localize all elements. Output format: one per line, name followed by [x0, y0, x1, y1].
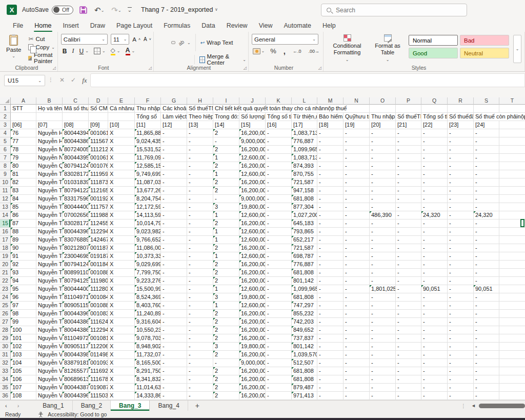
row-header-15[interactable]: 15 — [0, 219, 11, 228]
cell[interactable]: - — [317, 318, 344, 326]
cell[interactable] — [499, 384, 525, 392]
cell[interactable]: - — [474, 375, 499, 384]
cell[interactable]: 1 — [213, 228, 239, 236]
cell[interactable] — [499, 293, 525, 302]
cell[interactable]: - — [396, 244, 421, 252]
cell[interactable] — [499, 351, 525, 359]
cell[interactable] — [499, 277, 525, 285]
cell[interactable]: [08] — [63, 121, 89, 129]
cell[interactable]: - — [187, 392, 213, 400]
cell[interactable]: - — [421, 195, 448, 203]
cell[interactable]: - — [187, 162, 213, 170]
cell[interactable]: - — [448, 277, 474, 285]
cell[interactable]: 16,200,000 — [239, 146, 266, 154]
cell[interactable]: - — [317, 244, 344, 252]
cell[interactable]: - — [370, 293, 396, 302]
cell[interactable]: - — [370, 178, 396, 187]
cell[interactable]: 019087 — [89, 384, 108, 392]
cell[interactable]: 1,099,965 — [292, 146, 317, 154]
cell[interactable]: - — [474, 302, 499, 310]
cell[interactable]: - — [421, 375, 448, 384]
cell[interactable]: 011498 — [89, 351, 108, 359]
cell[interactable]: Nguyễn Tr — [36, 302, 63, 310]
cell[interactable]: - — [396, 187, 421, 195]
cell[interactable]: 111959 — [89, 170, 108, 178]
cell[interactable]: 11,087,036 — [135, 178, 161, 187]
cell[interactable]: 742,203 — [292, 318, 317, 326]
cell[interactable]: - — [344, 310, 370, 318]
cell[interactable] — [344, 105, 370, 113]
cell[interactable]: 807240050 — [63, 146, 89, 154]
cell[interactable]: - — [370, 146, 396, 154]
cell[interactable]: - — [421, 343, 448, 351]
cell[interactable]: - — [317, 277, 344, 285]
menu-tab-help[interactable]: Help — [317, 21, 341, 32]
cell[interactable]: 16,200,000 — [239, 178, 266, 187]
column-header-M[interactable]: M — [317, 97, 344, 105]
cell[interactable]: - — [266, 203, 292, 211]
row-header-4[interactable]: 4 — [0, 129, 11, 137]
cell[interactable]: 100 — [11, 326, 36, 334]
cell[interactable]: - — [344, 252, 370, 261]
cell[interactable]: 9,749,699 — [135, 170, 161, 178]
cell[interactable]: - — [266, 269, 292, 277]
cell[interactable]: - — [474, 219, 499, 228]
cell[interactable]: 807941241 — [63, 261, 89, 269]
cell[interactable]: - — [317, 252, 344, 261]
cell[interactable]: X — [108, 129, 135, 137]
cell[interactable]: - — [448, 236, 474, 244]
cell[interactable]: 1 — [213, 285, 239, 293]
column-header-H[interactable]: H — [187, 97, 213, 105]
cell[interactable]: - — [161, 384, 187, 392]
sheet-nav-right-icon[interactable]: › — [12, 403, 25, 409]
cell[interactable]: - — [448, 146, 474, 154]
sheet-tab-bang_1[interactable]: Bang_1 — [34, 401, 72, 411]
cell[interactable]: - — [370, 302, 396, 310]
cell[interactable]: - — [317, 269, 344, 277]
cell[interactable]: - — [421, 228, 448, 236]
cell[interactable]: - — [161, 203, 187, 211]
cell[interactable]: X — [108, 252, 135, 261]
cell[interactable]: Nguyễn Tr — [36, 285, 63, 293]
cell[interactable]: 830281727 — [63, 170, 89, 178]
cell[interactable]: - — [266, 367, 292, 375]
cell[interactable]: 971,413 — [292, 392, 317, 400]
cell[interactable]: - — [317, 310, 344, 318]
cell[interactable]: X — [108, 187, 135, 195]
cell[interactable]: - — [448, 178, 474, 187]
cell[interactable]: Nguyễn V — [36, 359, 63, 367]
cell[interactable]: 737,837 — [292, 334, 317, 343]
cell[interactable]: - — [448, 219, 474, 228]
cell[interactable]: - — [421, 318, 448, 326]
row-header-34[interactable]: 34 — [0, 375, 11, 384]
cell[interactable]: - — [448, 334, 474, 343]
cell[interactable] — [499, 359, 525, 367]
cell[interactable]: - — [266, 228, 292, 236]
cell[interactable]: - — [187, 195, 213, 203]
column-header-O[interactable]: O — [370, 97, 396, 105]
cell[interactable]: 800443980 — [63, 351, 89, 359]
cell[interactable]: - — [266, 261, 292, 269]
cell[interactable]: - — [187, 211, 213, 219]
cell[interactable]: Số CMN — [89, 105, 108, 113]
cell[interactable]: Nguyễn V — [36, 351, 63, 359]
increase-decimal-button[interactable]: ←.0 — [291, 49, 303, 54]
cell[interactable] — [499, 228, 525, 236]
column-header-A[interactable]: A — [11, 97, 36, 105]
cell[interactable]: 16,200,000 — [239, 392, 266, 400]
cell[interactable]: X — [108, 195, 135, 203]
row-header-23[interactable]: 23 — [0, 285, 11, 293]
cell[interactable]: 001083 — [89, 310, 108, 318]
cell[interactable]: - — [344, 146, 370, 154]
cell[interactable]: - — [344, 302, 370, 310]
menu-tab-draw[interactable]: Draw — [85, 21, 111, 32]
cell[interactable]: 16,200,000 — [239, 326, 266, 334]
cell[interactable]: - — [370, 228, 396, 236]
cell[interactable] — [499, 326, 525, 334]
cell[interactable]: Bảo hiểm — [317, 113, 344, 121]
cell[interactable]: - — [344, 285, 370, 293]
cell[interactable]: - — [474, 195, 499, 203]
cell[interactable]: 811049726 — [63, 334, 89, 343]
cell[interactable]: - — [474, 392, 499, 400]
cell[interactable]: 99 — [11, 318, 36, 326]
